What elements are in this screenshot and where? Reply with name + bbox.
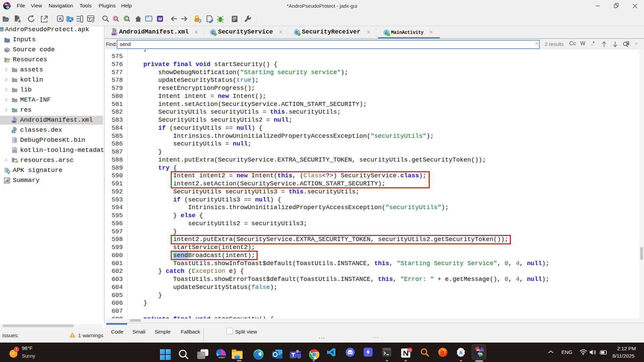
svg-text:1: 1 bbox=[16, 347, 18, 351]
svg-text:70: 70 bbox=[408, 349, 411, 352]
svg-text:A: A bbox=[459, 350, 463, 355]
svg-text:{0}: {0} bbox=[12, 149, 17, 153]
svg-text:J: J bbox=[13, 130, 14, 133]
svg-text:JA: JA bbox=[476, 348, 480, 352]
svg-text:M365: M365 bbox=[218, 356, 225, 359]
svg-text:?: ? bbox=[14, 138, 17, 143]
svg-text:M: M bbox=[158, 16, 162, 21]
svg-text:DX: DX bbox=[478, 352, 483, 355]
svg-text:MF: MF bbox=[112, 33, 116, 36]
svg-text:MF: MF bbox=[12, 120, 16, 123]
